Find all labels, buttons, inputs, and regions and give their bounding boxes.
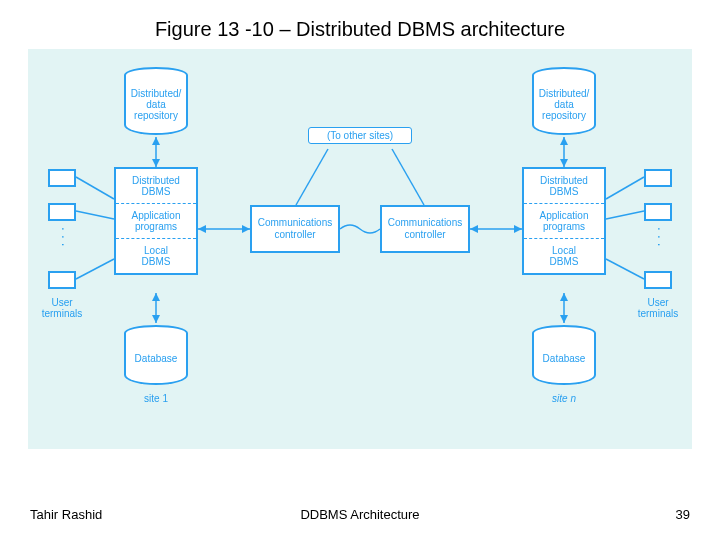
- right-site-label: site n: [532, 393, 596, 404]
- svg-line-24: [296, 149, 328, 205]
- right-apps: Application programs: [524, 204, 604, 239]
- right-repo-label: Distributed/ data repository: [532, 75, 596, 135]
- left-repo-label: Distributed/ data repository: [124, 75, 188, 135]
- svg-marker-4: [152, 293, 160, 301]
- to-other-sites-label: (To other sites): [308, 127, 412, 144]
- svg-marker-10: [198, 225, 206, 233]
- footer-page-number: 39: [676, 507, 690, 522]
- left-site-label: site 1: [124, 393, 188, 404]
- right-comm-controller: Communications controller: [380, 205, 470, 253]
- right-terminal-1: [644, 169, 672, 187]
- svg-marker-11: [242, 225, 250, 233]
- svg-marker-1: [152, 137, 160, 145]
- diagram-canvas: Distributed/ data repository Distributed…: [28, 49, 692, 449]
- left-local-dbms: Local DBMS: [116, 239, 196, 273]
- svg-line-6: [76, 177, 114, 199]
- left-stack: Distributed DBMS Application programs Lo…: [114, 167, 198, 275]
- svg-marker-5: [152, 315, 160, 323]
- svg-line-25: [392, 149, 424, 205]
- right-db-label: Database: [532, 333, 596, 385]
- left-db-label: Database: [124, 333, 188, 385]
- left-terminals-label: User terminals: [34, 297, 90, 319]
- right-terminals-label: User terminals: [630, 297, 686, 319]
- slide-footer: Tahir Rashid DDBMS Architecture 39: [0, 507, 720, 522]
- left-apps: Application programs: [116, 204, 196, 239]
- right-local-dbms: Local DBMS: [524, 239, 604, 273]
- svg-marker-2: [152, 159, 160, 167]
- right-terminal-2: [644, 203, 672, 221]
- svg-line-8: [76, 259, 114, 279]
- svg-marker-17: [560, 315, 568, 323]
- svg-marker-14: [560, 159, 568, 167]
- left-terminal-2: [48, 203, 76, 221]
- footer-author: Tahir Rashid: [30, 507, 102, 522]
- svg-line-19: [606, 211, 644, 219]
- svg-marker-22: [514, 225, 522, 233]
- left-ddbms: Distributed DBMS: [116, 169, 196, 204]
- right-terminal-3: [644, 271, 672, 289]
- svg-line-20: [606, 259, 644, 279]
- svg-marker-23: [470, 225, 478, 233]
- right-stack: Distributed DBMS Application programs Lo…: [522, 167, 606, 275]
- left-terminal-1: [48, 169, 76, 187]
- svg-line-7: [76, 211, 114, 219]
- left-terminal-dots: ···: [56, 227, 72, 251]
- svg-marker-13: [560, 137, 568, 145]
- svg-line-18: [606, 177, 644, 199]
- right-terminal-dots: ···: [652, 227, 668, 251]
- svg-marker-16: [560, 293, 568, 301]
- right-ddbms: Distributed DBMS: [524, 169, 604, 204]
- left-terminal-3: [48, 271, 76, 289]
- footer-title: DDBMS Architecture: [300, 507, 419, 522]
- left-comm-controller: Communications controller: [250, 205, 340, 253]
- figure-title: Figure 13 -10 – Distributed DBMS archite…: [0, 0, 720, 49]
